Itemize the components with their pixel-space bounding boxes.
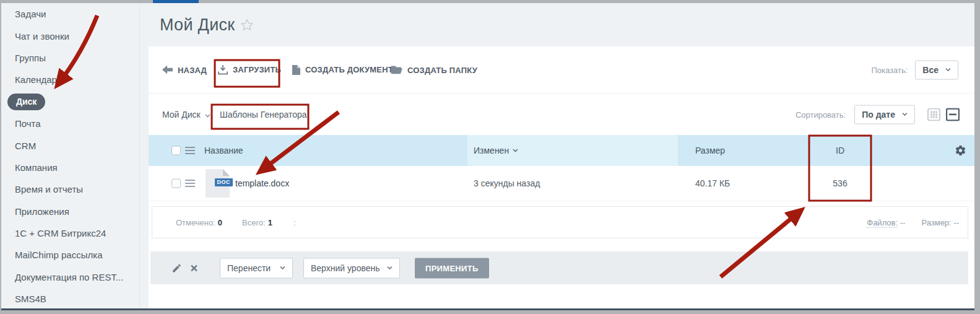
file-size: 40.17 КБ (695, 178, 730, 188)
app-window: Задачи Чат и звонки Группы Календарь Дис… (1, 3, 974, 310)
column-header-name[interactable]: Название (204, 146, 243, 155)
create-folder-button[interactable]: СОЗДАТЬ ПАПКУ (391, 65, 477, 74)
sidebar-item-chat[interactable]: Чат и звонки (1, 25, 139, 46)
sidebar-item-1c-crm[interactable]: 1С + CRM Битрикс24 (1, 222, 139, 244)
table-header: Название Изменен Размер ID (149, 135, 974, 166)
sidebar-item-mailchimp[interactable]: MailChimp рассылка (1, 244, 139, 266)
apply-button[interactable]: ПРИМЕНИТЬ (415, 258, 489, 278)
file-id: 536 (820, 178, 860, 188)
action-bar: Перенести Верхний уровень ПРИМЕНИТЬ (150, 251, 968, 284)
back-arrow-icon (162, 66, 173, 74)
main-area: Мой Диск НАЗАД (140, 3, 974, 308)
chevron-down-icon (387, 266, 392, 270)
chevron-down-icon (945, 68, 951, 72)
page-title: Мой Диск (160, 15, 235, 35)
files-count[interactable]: Файлов: -- (867, 218, 905, 227)
sidebar-item-rest-docs[interactable]: Документация по REST... (1, 266, 139, 288)
page-header: Мой Диск (140, 3, 974, 46)
upload-icon (218, 65, 228, 75)
column-header-size[interactable]: Размер (695, 146, 725, 155)
gear-icon[interactable] (955, 145, 966, 157)
folder-icon (391, 66, 402, 74)
move-action-dropdown[interactable]: Перенести (220, 258, 293, 278)
row-checkbox[interactable] (171, 179, 181, 188)
summary-right: Файлов: -- Размер: -- (867, 218, 959, 227)
screenshot-frame: Задачи Чат и звонки Группы Календарь Дис… (0, 0, 980, 314)
sidebar-item-crm[interactable]: CRM (1, 134, 139, 156)
chevron-down-icon (205, 114, 210, 118)
show-dropdown[interactable]: Все (915, 60, 958, 79)
select-all-checkbox[interactable] (171, 146, 181, 155)
sidebar-item-tasks[interactable]: Задачи (1, 3, 139, 25)
summary-bar: Отмечено:0 Всего:1 : Файлов: -- Размер: … (152, 206, 968, 238)
chevron-down-icon (280, 266, 285, 270)
sort-direction-icon (513, 149, 518, 152)
sidebar-item-sms4b[interactable]: SMS4B (1, 288, 139, 310)
sidebar-item-calendar[interactable]: Календарь (1, 69, 139, 90)
checked-count: Отмечено:0 (176, 218, 222, 227)
grid-view-icon[interactable] (927, 108, 940, 121)
sidebar-item-disk[interactable]: Диск (1, 91, 139, 113)
content-panel: НАЗАД ЗАГРУЗИТЬ СОЗДАТЬ ДОКУМЕНТ (149, 46, 974, 308)
sidebar-item-company[interactable]: Компания (1, 157, 139, 178)
toolbar: НАЗАД ЗАГРУЗИТЬ СОЗДАТЬ ДОКУМЕНТ (149, 46, 974, 94)
favorite-star-icon[interactable] (240, 18, 254, 32)
column-header-id[interactable]: ID (820, 146, 860, 155)
sidebar-item-groups[interactable]: Группы (1, 47, 139, 69)
sidebar: Задачи Чат и звонки Группы Календарь Дис… (1, 3, 140, 308)
upload-button[interactable]: ЗАГРУЗИТЬ (218, 65, 281, 75)
total-count: Всего:1 (242, 218, 272, 227)
show-filter: Показать: Все (871, 60, 958, 79)
list-view-icon[interactable] (946, 108, 960, 121)
column-header-modified[interactable]: Изменен (474, 146, 518, 155)
breadcrumb-root[interactable]: Мой Диск (162, 110, 210, 120)
file-modified: 3 секунды назад (474, 178, 540, 188)
show-label: Показать: (871, 65, 908, 74)
edit-pencil-icon[interactable] (171, 263, 182, 273)
chevron-down-icon (902, 113, 908, 116)
sort-dropdown[interactable]: По дате (854, 105, 915, 124)
breadcrumb-current-folder[interactable]: Шаблоны Генератора (220, 110, 307, 120)
summary-separator: : (293, 218, 296, 227)
back-button[interactable]: НАЗАД (162, 65, 207, 74)
sort-label: Сортировать: (796, 110, 846, 119)
table-row[interactable]: DOC template.docx 3 секунды назад 40.17 … (149, 166, 974, 201)
sidebar-item-time-reports[interactable]: Время и отчеты (1, 178, 139, 200)
size-total: Размер: -- (921, 218, 959, 227)
view-toggle (927, 108, 960, 121)
row-menu-icon[interactable] (185, 147, 195, 154)
doc-file-icon: DOC (206, 169, 230, 198)
sidebar-item-mail[interactable]: Почта (1, 113, 139, 134)
sort-controls: Сортировать: По дате (796, 105, 960, 124)
doc-badge: DOC (215, 178, 233, 186)
close-icon[interactable] (189, 263, 199, 273)
row-drag-icon[interactable] (185, 180, 195, 187)
create-document-button[interactable]: СОЗДАТЬ ДОКУМЕНТ (292, 65, 393, 75)
active-pill: Диск (7, 94, 45, 110)
target-folder-dropdown[interactable]: Верхний уровень (303, 258, 400, 278)
breadcrumb-row: Мой Диск Шаблоны Генератора Сортировать:… (149, 94, 974, 135)
file-name[interactable]: template.docx (235, 178, 289, 188)
sidebar-item-apps[interactable]: Приложения (1, 201, 139, 222)
document-icon (292, 65, 300, 75)
